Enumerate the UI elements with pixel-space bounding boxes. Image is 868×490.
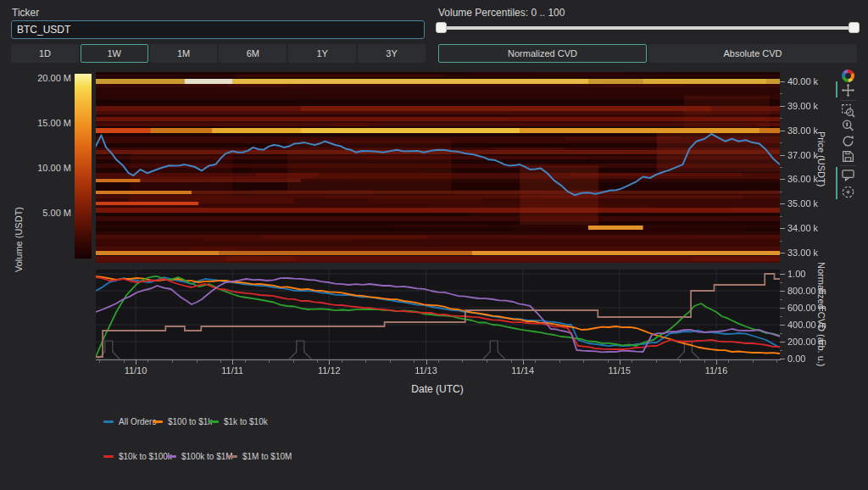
axis-minor-tick <box>124 360 125 363</box>
axis-minor-tick <box>632 360 632 363</box>
axis-tick <box>620 360 620 365</box>
axis-minor-tick <box>780 118 782 119</box>
legend-label: All Orders <box>119 417 156 426</box>
axis-minor-tick <box>99 360 100 363</box>
timeframe-6m-button[interactable]: 6M <box>219 44 287 63</box>
price-heatmap-plot[interactable] <box>96 72 780 263</box>
price-axis-tick-label: 36.00 k <box>787 174 838 184</box>
axis-minor-tick <box>365 360 366 363</box>
axis-tick <box>426 360 427 365</box>
box-zoom-tool-button[interactable] <box>841 103 855 118</box>
axis-minor-tick <box>728 360 729 363</box>
price-axis-tick-label: 38.00 k <box>787 125 838 136</box>
price-axis-tick-label: 37.00 k <box>787 150 838 160</box>
cvd-axis-tick-label: 1.00 <box>787 269 847 279</box>
axis-minor-tick <box>780 192 782 192</box>
slider-track[interactable] <box>441 26 854 30</box>
slider-handle-min[interactable] <box>436 22 447 33</box>
axis-minor-tick <box>293 360 294 363</box>
slider-handle-max[interactable] <box>849 22 860 33</box>
save-tool-button[interactable] <box>841 149 855 164</box>
wheel-zoom-icon <box>841 119 855 133</box>
axis-minor-tick <box>414 360 415 363</box>
axis-minor-tick <box>780 216 782 217</box>
axis-minor-tick <box>583 360 584 363</box>
axis-tick <box>780 308 785 309</box>
normalized-cvd-button[interactable]: Normalized CVD <box>438 44 647 63</box>
timeframe-1d-button[interactable]: 1D <box>11 44 79 63</box>
axis-tick <box>780 179 785 180</box>
legend-label: $1M to $10M <box>242 452 292 461</box>
axis-tick <box>523 360 524 365</box>
axis-tick <box>780 274 785 275</box>
volume-percentiles-slider[interactable] <box>436 22 860 34</box>
axis-minor-tick <box>780 299 782 300</box>
date-axis-title: Date (UTC) <box>353 383 522 395</box>
pan-icon <box>841 83 855 97</box>
bokeh-logo[interactable] <box>842 70 854 82</box>
reset-tool-button[interactable] <box>841 134 855 148</box>
axis-minor-tick <box>780 350 782 351</box>
axis-minor-tick <box>269 360 270 363</box>
timeframe-1w-button[interactable]: 1W <box>81 44 148 63</box>
legend-item: $1k to $10k <box>209 417 268 426</box>
legend-swatch <box>227 455 237 458</box>
save-icon <box>841 149 855 164</box>
axis-minor-tick <box>780 142 782 143</box>
axis-tick <box>329 360 330 365</box>
date-tick-label: 11/13 <box>405 365 448 376</box>
date-tick-label: 11/14 <box>502 365 544 376</box>
timeframe-1y-button[interactable]: 1Y <box>288 44 356 63</box>
toolbar-divider <box>840 100 856 101</box>
price-axis-tick-label: 39.00 k <box>787 101 838 111</box>
volume-colorbar <box>75 74 92 259</box>
cvd-axis-tick-label: 0.00 <box>787 354 847 364</box>
axis-minor-tick <box>776 360 777 363</box>
axis-tick <box>780 106 785 107</box>
cvd-axis-tick-label: 600.00 m <box>787 303 847 313</box>
axis-tick <box>716 360 717 365</box>
axis-minor-tick <box>780 282 782 283</box>
legend-item: All Orders <box>103 417 156 426</box>
price-axis-tick-label: 33.00 k <box>787 248 838 258</box>
volume-percentiles-label: Volume Percentiles: 0 .. 100 <box>438 7 565 19</box>
legend-item: $100k to $1M <box>166 452 233 461</box>
cvd-axis-tick-label: 400.00 m <box>787 320 847 330</box>
absolute-cvd-button[interactable]: Absolute CVD <box>648 44 857 63</box>
axis-tick <box>780 253 785 253</box>
crosshair-tool-button[interactable] <box>841 185 855 199</box>
legend-label: $1k to $10k <box>224 417 268 426</box>
cvd-plot[interactable] <box>96 270 780 360</box>
axis-minor-tick <box>390 360 391 363</box>
axis-minor-tick <box>704 360 705 363</box>
axis-minor-tick <box>197 360 198 363</box>
axis-tick <box>780 131 785 131</box>
date-tick-label: 11/16 <box>695 365 737 376</box>
axis-tick <box>780 81 785 82</box>
hover-tool-button[interactable] <box>841 168 855 182</box>
legend-label: $100k to $1M <box>181 452 233 461</box>
ticker-input[interactable] <box>11 20 425 39</box>
price-line <box>96 72 780 263</box>
wheel-zoom-tool-button[interactable] <box>841 119 855 133</box>
timeframe-3y-button[interactable]: 3Y <box>358 44 426 63</box>
crosshair-icon <box>841 185 855 199</box>
axis-minor-tick <box>487 360 487 363</box>
colorbar-tick-label: 10.00 M <box>12 163 71 173</box>
timeframe-1m-button[interactable]: 1M <box>150 44 218 63</box>
legend-item: $100 to $1k <box>153 417 212 426</box>
date-tick-label: 11/12 <box>308 365 350 376</box>
legend-swatch <box>209 420 219 423</box>
axis-minor-tick <box>780 93 782 94</box>
pan-tool-button[interactable] <box>841 83 855 97</box>
axis-tick <box>232 360 233 365</box>
axis-minor-tick <box>172 360 173 363</box>
ticker-label: Ticker <box>12 7 39 19</box>
axis-minor-tick <box>780 316 782 317</box>
axis-minor-tick <box>780 241 782 242</box>
bokeh-toolbar <box>836 70 861 222</box>
axis-minor-tick <box>535 360 536 363</box>
axis-minor-tick <box>753 360 754 363</box>
axis-tick <box>780 155 785 156</box>
box-zoom-icon <box>841 103 855 118</box>
